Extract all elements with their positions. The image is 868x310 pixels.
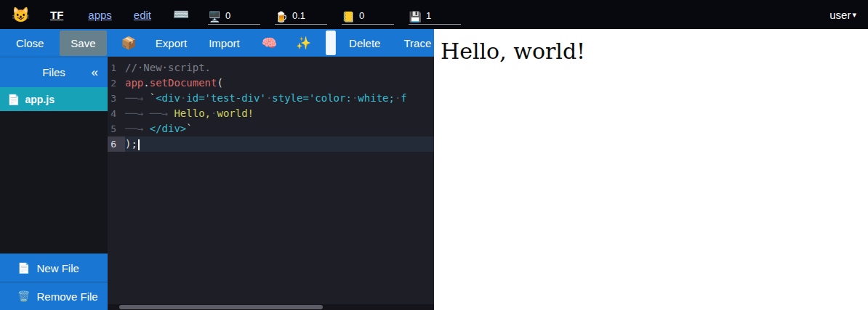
- ledger-icon: 📒: [342, 12, 354, 22]
- user-menu[interactable]: user ▾: [829, 9, 856, 21]
- trace-button[interactable]: Trace: [398, 32, 437, 54]
- monitor-icon: 🖥️: [208, 12, 220, 22]
- code-editor[interactable]: 1//·New·script.2app.setDocument(3──→ `<d…: [108, 57, 434, 310]
- code-lines: 1//·New·script.2app.setDocument(3──→ `<d…: [108, 60, 434, 152]
- preview-pane: Hello, world!: [434, 29, 868, 310]
- files-sidebar: Files « 📄 app.js 📄 New File 🗑️ Remove Fi…: [0, 57, 108, 310]
- remove-file-button[interactable]: 🗑️ Remove File: [0, 282, 108, 310]
- remove-file-label: Remove File: [36, 290, 97, 303]
- new-file-label: New File: [36, 262, 79, 274]
- metric-monitor-value: 0: [225, 11, 230, 21]
- new-file-button[interactable]: 📄 New File: [0, 253, 108, 282]
- line-number: 6: [108, 136, 125, 152]
- code-line-2[interactable]: 2app.setDocument(: [108, 76, 434, 91]
- metric-beer-value: 0.1: [292, 11, 305, 21]
- file-icon: 📄: [7, 94, 20, 105]
- save-button[interactable]: Save: [60, 30, 106, 56]
- topbar: 😺 TF apps edit ⌨️ 🖥️ 0 🍺 0.1 📒 0 💾 1 use…: [0, 0, 868, 29]
- code-line-3[interactable]: 3──→ `<div·id='test-div'·style='color:·w…: [108, 91, 434, 106]
- toolbar: Close Save 📦 Export Import 🧠 ✨ Delete Tr…: [0, 29, 434, 57]
- keyboard-icon[interactable]: ⌨️: [173, 7, 189, 23]
- code-text: app.setDocument(: [125, 76, 434, 91]
- collapse-sidebar-button[interactable]: «: [92, 65, 98, 80]
- main-area: Close Save 📦 Export Import 🧠 ✨ Delete Tr…: [0, 29, 868, 310]
- code-text: ──→ ──→ Hello,·world!: [125, 106, 434, 121]
- line-number: 4: [108, 106, 125, 121]
- line-number: 5: [108, 121, 125, 136]
- brand-link[interactable]: TF: [50, 9, 63, 21]
- tab-whitespace-marker: ──→: [150, 107, 174, 119]
- brain-icon[interactable]: 🧠: [257, 33, 281, 54]
- tab-whitespace-marker: ──→: [125, 123, 150, 134]
- code-line-1[interactable]: 1//·New·script.: [108, 60, 434, 76]
- ide-panel: Close Save 📦 Export Import 🧠 ✨ Delete Tr…: [0, 29, 434, 310]
- delete-button[interactable]: Delete: [343, 32, 386, 54]
- code-line-5[interactable]: 5──→ </div>`: [108, 121, 434, 136]
- line-number: 2: [108, 76, 125, 91]
- workspace: Files « 📄 app.js 📄 New File 🗑️ Remove Fi…: [0, 57, 434, 310]
- app-logo-icon[interactable]: 😺: [12, 6, 30, 23]
- sidebar-empty-area: [0, 111, 108, 253]
- package-icon[interactable]: 📦: [117, 33, 141, 54]
- apps-link[interactable]: apps: [88, 9, 112, 21]
- floppy-icon: 💾: [409, 12, 421, 22]
- metric-ledger-value: 0: [359, 11, 364, 21]
- user-label: user: [829, 9, 851, 21]
- scrollbar-thumb[interactable]: [119, 305, 323, 309]
- tab-whitespace-marker: ──→: [125, 92, 150, 104]
- metric-floppy-field[interactable]: 💾 1: [409, 5, 461, 25]
- text-cursor: [138, 139, 140, 150]
- file-name: app.js: [25, 94, 54, 105]
- metric-floppy-value: 1: [426, 11, 431, 21]
- beer-icon: 🍺: [275, 12, 287, 22]
- code-line-4[interactable]: 4──→ ──→ Hello,·world!: [108, 106, 434, 121]
- export-button[interactable]: Export: [150, 32, 193, 54]
- sparkles-icon[interactable]: ✨: [292, 33, 316, 54]
- new-file-icon: 📄: [17, 262, 30, 274]
- import-button[interactable]: Import: [203, 32, 246, 54]
- edit-link[interactable]: edit: [134, 9, 151, 21]
- blank-button[interactable]: [326, 30, 336, 55]
- horizontal-scrollbar[interactable]: [108, 304, 434, 310]
- caret-down-icon: ▾: [852, 10, 856, 20]
- file-item-appjs[interactable]: 📄 app.js: [0, 87, 108, 111]
- code-text: );: [125, 136, 434, 152]
- metric-ledger-field[interactable]: 📒 0: [342, 5, 394, 25]
- metric-beer-field[interactable]: 🍺 0.1: [275, 5, 327, 25]
- code-text: ──→ </div>`: [125, 121, 434, 136]
- code-text: //·New·script.: [125, 60, 434, 76]
- files-header: Files «: [0, 57, 108, 87]
- tab-whitespace-marker: ──→: [125, 107, 150, 119]
- trash-icon: 🗑️: [17, 290, 30, 302]
- code-line-6[interactable]: 6);: [108, 136, 434, 152]
- metric-monitor-field[interactable]: 🖥️ 0: [208, 5, 260, 25]
- close-button[interactable]: Close: [10, 32, 49, 54]
- preview-hello-text: Hello, world!: [434, 29, 868, 64]
- code-text: ──→ `<div·id='test-div'·style='color:·wh…: [125, 91, 434, 106]
- line-number: 3: [108, 91, 125, 106]
- line-number: 1: [108, 60, 125, 76]
